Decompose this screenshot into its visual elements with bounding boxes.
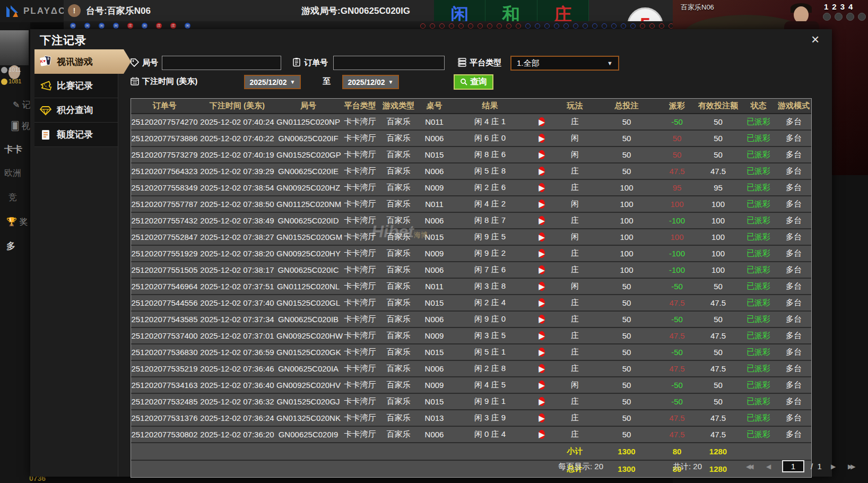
replay-button[interactable]: ▶	[539, 216, 545, 225]
cell-platform: 卡卡湾厅	[340, 347, 380, 357]
camera-number[interactable]: 1	[824, 2, 828, 11]
cell-total-bet: 100	[595, 232, 658, 242]
close-icon[interactable]: ×	[811, 32, 819, 46]
camera-number[interactable]: 4	[848, 2, 853, 11]
cell-valid-bet: 50	[696, 348, 741, 357]
cell-platform: 卡卡湾厅	[340, 117, 380, 127]
roadmap-dot	[439, 23, 445, 29]
table-row: 2512020775341632025-12-02 07:36:40GN0092…	[131, 377, 811, 394]
camera-dot[interactable]	[823, 13, 831, 21]
roadmap-bead: 庄	[170, 23, 176, 29]
cell-round-no: GN01525C020GM	[276, 232, 340, 242]
cell-total-bet: 50	[595, 348, 658, 357]
cell-order-no: 251202077551929	[131, 249, 198, 258]
date-to-select[interactable]: 2025/12/02 ▼	[342, 75, 399, 89]
table-row: 2512020775313762025-12-02 07:36:24GN0132…	[131, 410, 811, 427]
cell-order-no: 251202077531376	[131, 413, 198, 422]
tab-points-query[interactable]: 积分查询	[34, 98, 118, 123]
cell-round-no: GN01125C020NM	[276, 200, 340, 209]
roadmap-bead: 庄	[127, 23, 133, 29]
replay-button[interactable]: ▶	[539, 298, 545, 307]
order-input[interactable]	[333, 56, 445, 70]
cell-status: 已派彩	[741, 281, 776, 291]
tab-video-games[interactable]: 9 K♥ 视讯游戏	[34, 49, 131, 74]
table-row: 2512020775643232025-12-02 07:39:29GN0062…	[131, 163, 811, 180]
platform-list-icon	[457, 57, 467, 67]
cell-result: 闲 7 庄 6	[452, 265, 528, 275]
menu-fragment-multi[interactable]: 多	[6, 240, 15, 252]
last-page-icon[interactable]: ▶▶	[848, 463, 853, 470]
replay-button[interactable]: ▶	[539, 117, 545, 126]
cell-result: 闲 3 庄 9	[452, 413, 528, 423]
cell-platform: 卡卡湾厅	[340, 364, 380, 374]
cell-platform: 卡卡湾厅	[340, 232, 380, 242]
cell-wager-type: 闲	[555, 232, 595, 242]
user-avatar[interactable]	[0, 30, 29, 65]
replay-button[interactable]: ▶	[539, 381, 545, 390]
replay-button[interactable]: ▶	[539, 183, 545, 192]
cell-result: 闲 2 庄 4	[452, 298, 528, 308]
chevron-down-icon: ▼	[388, 79, 394, 85]
replay-button[interactable]: ▶	[539, 249, 545, 258]
camera-number[interactable]: 2	[832, 2, 836, 11]
cell-game-type: 百家乐	[380, 166, 417, 176]
camera-dot[interactable]	[835, 13, 843, 21]
cell-game-mode: 多台	[776, 413, 811, 423]
page-number-input[interactable]	[782, 460, 804, 472]
replay-button[interactable]: ▶	[539, 200, 545, 209]
cell-game-type: 百家乐	[380, 380, 417, 390]
cell-round-no: GN01525C020GL	[276, 298, 340, 307]
replay-button[interactable]: ▶	[539, 348, 545, 357]
search-button[interactable]: 查询	[454, 74, 493, 90]
roadmap-dot	[420, 23, 426, 29]
replay-button[interactable]: ▶	[539, 315, 545, 324]
cell-bet-time: 2025-12-02 07:40:19	[198, 150, 276, 159]
replay-button[interactable]: ▶	[539, 265, 545, 274]
round-input[interactable]	[162, 56, 281, 70]
next-page-icon[interactable]: ▶	[831, 463, 834, 470]
cell-order-no: 251202077535219	[131, 364, 198, 373]
roadmap-dot	[554, 23, 559, 29]
replay-button[interactable]: ▶	[539, 232, 545, 242]
cell-game-type: 百家乐	[380, 364, 417, 374]
replay-button[interactable]: ▶	[539, 134, 545, 143]
replay-button[interactable]: ▶	[539, 397, 545, 406]
platform-select[interactable]: 1.全部 ▼	[510, 56, 619, 71]
replay-button[interactable]: ▶	[539, 413, 545, 422]
tab-match-records[interactable]: 比赛记录	[34, 74, 118, 98]
cell-game-type: 百家乐	[380, 265, 417, 275]
cell-total-bet: 50	[595, 134, 658, 143]
cell-wager-type: 庄	[555, 117, 595, 127]
menu-fragment-video[interactable]: 🂠 视	[11, 121, 30, 132]
replay-button[interactable]: ▶	[539, 282, 545, 291]
replay-button[interactable]: ▶	[539, 430, 545, 439]
first-page-icon[interactable]: ◀◀	[746, 463, 751, 470]
replay-button[interactable]: ▶	[539, 331, 545, 340]
cell-valid-bet: 50	[696, 282, 741, 291]
tab-quota-records[interactable]: 额度记录	[34, 123, 118, 147]
balance-fragment: 1081	[8, 78, 21, 84]
prev-page-icon[interactable]: ◀	[766, 463, 769, 470]
column-header: 玩法	[555, 101, 595, 111]
menu-fragment-record[interactable]: ✎ 记	[13, 100, 31, 111]
menu-fragment-kaka[interactable]: 卡卡	[4, 143, 22, 156]
replay-button[interactable]: ▶	[539, 364, 545, 373]
cell-bet-time: 2025-12-02 07:36:46	[198, 364, 276, 373]
date-from-select[interactable]: 2025/12/02 ▼	[244, 75, 301, 89]
camera-dot[interactable]	[858, 13, 866, 21]
svg-text:9: 9	[47, 57, 49, 61]
cell-platform: 卡卡湾厅	[340, 331, 380, 341]
camera-dot[interactable]	[846, 13, 854, 21]
replay-button[interactable]: ▶	[539, 167, 545, 176]
menu-fragment-prize[interactable]: 🏆 奖	[6, 217, 28, 228]
cell-round-no: GN00925C020HZ	[276, 183, 340, 192]
replay-button[interactable]: ▶	[539, 150, 545, 159]
cell-total-bet: 50	[595, 430, 658, 439]
menu-fragment-jing[interactable]: 竞	[8, 192, 17, 203]
roadmap-dot	[573, 23, 578, 29]
menu-fragment-europe[interactable]: 欧洲	[4, 168, 21, 179]
cell-round-no: GN00925C020HY	[276, 249, 340, 258]
camera-number[interactable]: 3	[840, 2, 845, 11]
diamond-icon	[39, 105, 52, 116]
cell-wager-type: 庄	[555, 265, 595, 275]
